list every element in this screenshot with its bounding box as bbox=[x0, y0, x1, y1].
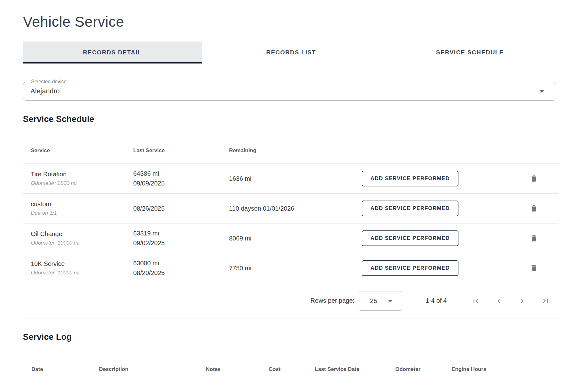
delete-button[interactable] bbox=[528, 232, 540, 244]
tab-label: RECORDS DETAIL bbox=[83, 49, 142, 56]
service-cell: Oil Change Odometer: 10000 mi bbox=[31, 230, 133, 246]
trash-icon bbox=[530, 204, 538, 213]
service-subtext: Odometer: 10000 mi bbox=[31, 240, 133, 246]
rows-per-page-value: 25 bbox=[359, 297, 377, 305]
trash-icon bbox=[530, 174, 538, 183]
remaining-cell: 1636 mi bbox=[229, 175, 362, 182]
tab-records-list[interactable]: RECORDS LIST bbox=[202, 41, 381, 63]
device-select[interactable]: Selected device Alejandro bbox=[23, 82, 556, 101]
dropdown-arrow-icon bbox=[539, 90, 544, 93]
last-service-cell: 63000 mi 08/20/2025 bbox=[133, 258, 229, 278]
first-page-icon bbox=[471, 296, 480, 305]
service-name: Oil Change bbox=[31, 230, 133, 238]
table-row: Oil Change Odometer: 10000 mi 63319 mi 0… bbox=[23, 224, 559, 253]
rows-per-page-label: Rows per page: bbox=[310, 297, 354, 304]
tab-records-detail[interactable]: RECORDS DETAIL bbox=[23, 41, 202, 63]
pagination-bar: Rows per page: 25 1-4 of 4 bbox=[23, 283, 559, 318]
service-subtext: Odometer: 2500 mi bbox=[31, 180, 133, 186]
service-cell: 10K Service Odometer: 10000 mi bbox=[31, 260, 133, 276]
column-header-remaining: Remaining bbox=[229, 147, 362, 154]
next-page-button[interactable] bbox=[515, 294, 529, 308]
device-select-value: Alejandro bbox=[23, 82, 556, 100]
remaining-cell: 7750 mi bbox=[229, 265, 362, 272]
service-name: Tire Rotation bbox=[31, 171, 133, 178]
service-schedule-heading: Service Schedule bbox=[23, 114, 559, 124]
tab-label: SERVICE SCHEDULE bbox=[436, 49, 504, 56]
column-header-engine-hours: Engine Hours bbox=[452, 366, 559, 373]
pagination-range: 1-4 of 4 bbox=[425, 297, 447, 304]
table-header-row: Service Last Service Remaining bbox=[23, 137, 559, 164]
previous-page-button[interactable] bbox=[492, 294, 506, 308]
remaining-cell: 8069 mi bbox=[229, 235, 362, 242]
last-page-button[interactable] bbox=[539, 294, 552, 308]
service-log-heading: Service Log bbox=[23, 332, 559, 342]
last-service-cell: 08/26/2025 bbox=[133, 204, 229, 213]
service-name: custom bbox=[31, 201, 133, 208]
trash-icon bbox=[530, 234, 538, 242]
column-header-last-service: Last Service bbox=[133, 147, 229, 154]
column-header-date: Date bbox=[31, 366, 99, 373]
chevron-right-icon bbox=[518, 296, 527, 305]
column-header-notes: Notes bbox=[206, 366, 269, 373]
delete-button[interactable] bbox=[528, 202, 540, 214]
add-service-performed-button[interactable]: ADD SERVICE PERFORMED bbox=[362, 171, 458, 186]
delete-button[interactable] bbox=[528, 173, 540, 185]
remaining-cell: 110 dayson 01/01/2026 bbox=[229, 205, 362, 212]
trash-icon bbox=[530, 264, 538, 272]
last-service-cell: 64386 mi 09/09/2025 bbox=[133, 169, 229, 188]
add-service-performed-button[interactable]: ADD SERVICE PERFORMED bbox=[362, 230, 458, 246]
table-row: custom Due on 1/1 08/26/2025 110 dayson … bbox=[23, 194, 559, 224]
active-tab-underline bbox=[23, 62, 202, 63]
last-page-icon bbox=[541, 296, 550, 305]
add-service-performed-button[interactable]: ADD SERVICE PERFORMED bbox=[362, 201, 458, 216]
tab-bar: RECORDS DETAIL RECORDS LIST SERVICE SCHE… bbox=[23, 41, 559, 63]
dropdown-arrow-icon bbox=[388, 300, 392, 302]
column-header-odometer: Odometer bbox=[395, 366, 452, 373]
service-subtext: Due on 1/1 bbox=[31, 210, 133, 216]
add-service-performed-button[interactable]: ADD SERVICE PERFORMED bbox=[362, 260, 458, 276]
device-select-label: Selected device bbox=[29, 79, 69, 85]
column-header-description: Description bbox=[99, 366, 206, 373]
chevron-left-icon bbox=[495, 296, 503, 305]
service-schedule-table: Service Last Service Remaining Tire Rota… bbox=[23, 137, 559, 318]
tab-label: RECORDS LIST bbox=[266, 49, 316, 56]
pagination-buttons bbox=[459, 294, 552, 308]
delete-button[interactable] bbox=[528, 262, 540, 274]
first-page-button[interactable] bbox=[469, 294, 483, 308]
page-content: Vehicle Service RECORDS DETAIL RECORDS L… bbox=[23, 0, 559, 380]
page-title: Vehicle Service bbox=[23, 0, 559, 30]
table-row: Tire Rotation Odometer: 2500 mi 64386 mi… bbox=[23, 164, 559, 194]
service-cell: custom Due on 1/1 bbox=[31, 201, 133, 216]
table-row: 10K Service Odometer: 10000 mi 63000 mi … bbox=[23, 253, 559, 283]
service-name: 10K Service bbox=[31, 260, 133, 268]
last-service-cell: 63319 mi 09/02/2025 bbox=[133, 229, 229, 248]
column-header-service: Service bbox=[31, 147, 133, 154]
column-header-last-service-date: Last Service Date bbox=[315, 366, 395, 373]
rows-per-page-select[interactable]: 25 bbox=[359, 291, 402, 311]
service-cell: Tire Rotation Odometer: 2500 mi bbox=[31, 171, 133, 186]
tab-service-schedule[interactable]: SERVICE SCHEDULE bbox=[381, 41, 559, 63]
service-subtext: Odometer: 10000 mi bbox=[31, 270, 133, 276]
service-log-header-row: Date Description Notes Cost Last Service… bbox=[23, 358, 559, 380]
column-header-cost: Cost bbox=[269, 366, 315, 373]
